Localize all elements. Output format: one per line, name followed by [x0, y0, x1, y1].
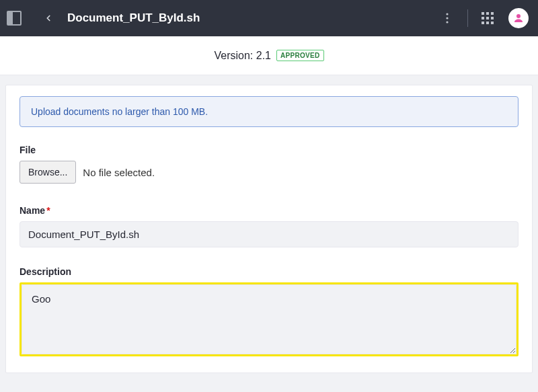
- page-title: Document_PUT_ById.sh: [67, 11, 434, 25]
- more-menu-button[interactable]: [440, 13, 454, 24]
- back-button[interactable]: [40, 10, 56, 26]
- apps-grid-icon[interactable]: [482, 12, 494, 24]
- version-label: Version: 2.1: [214, 50, 271, 62]
- version-bar: Version: 2.1 APPROVED: [0, 36, 538, 75]
- app-header: Document_PUT_ById.sh: [0, 0, 538, 36]
- header-separator: [467, 9, 468, 27]
- description-textarea[interactable]: [22, 284, 516, 354]
- svg-point-0: [446, 13, 448, 15]
- browse-button[interactable]: Browse...: [20, 161, 76, 184]
- chevron-left-icon: [44, 13, 53, 23]
- form-card: Upload documents no larger than 100 MB. …: [5, 85, 533, 373]
- file-label: File: [20, 145, 518, 155]
- file-status-text: No file selected.: [83, 167, 155, 178]
- description-highlight: [20, 282, 518, 356]
- status-badge: APPROVED: [276, 50, 324, 61]
- user-icon: [512, 12, 525, 24]
- avatar[interactable]: [508, 8, 529, 28]
- name-label-text: Name: [20, 205, 45, 216]
- panel-toggle-icon[interactable]: [7, 11, 22, 26]
- file-input-row: Browse... No file selected.: [20, 161, 518, 184]
- svg-point-1: [446, 17, 448, 19]
- svg-point-2: [446, 21, 448, 23]
- kebab-icon: [446, 13, 449, 24]
- svg-point-3: [516, 14, 521, 18]
- name-label: Name*: [20, 205, 518, 216]
- upload-size-alert: Upload documents no larger than 100 MB.: [20, 96, 518, 127]
- description-label: Description: [20, 266, 518, 277]
- required-asterisk: *: [46, 205, 50, 216]
- name-input[interactable]: [20, 221, 518, 247]
